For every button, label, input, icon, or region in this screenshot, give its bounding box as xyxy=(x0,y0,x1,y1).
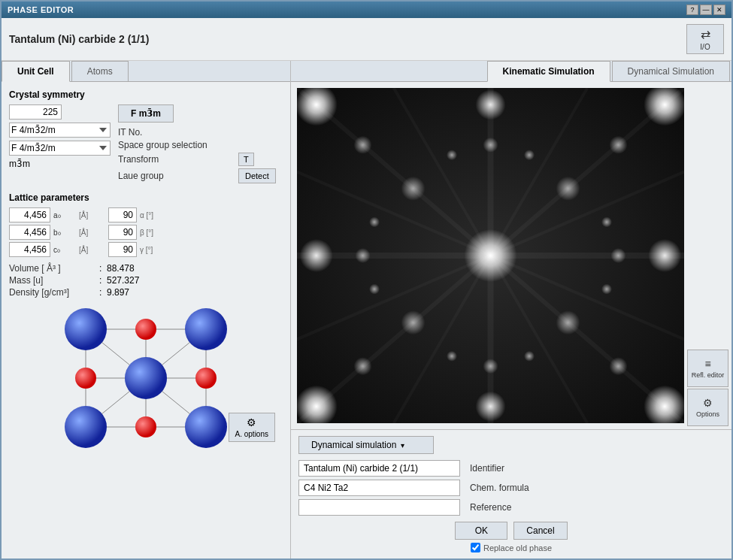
transform-row: Transform T xyxy=(118,153,276,166)
volume-section: Volume [ Å³ ] : 88.478 Mass [u] : 527.32… xyxy=(9,263,283,298)
crystal-symmetry-section: Crystal symmetry F 4/m3̄2/m xyxy=(9,89,283,186)
title-bar: PHASE EDITOR ? — ✕ xyxy=(2,2,731,18)
svg-point-33 xyxy=(609,136,627,154)
io-button[interactable]: ⇄ I/O xyxy=(686,24,724,54)
lattice-gamma-input[interactable] xyxy=(108,242,137,257)
it-no-input[interactable] xyxy=(9,104,62,120)
density-label: Density [g/cm³] xyxy=(9,287,99,298)
tab-kinematic[interactable]: Kinematic Simulation xyxy=(487,61,610,82)
it-no-label: IT No. xyxy=(118,127,238,138)
lattice-gamma-sym: γ [°] xyxy=(140,246,159,254)
space-group-select-2[interactable]: F 4/m3̄2/m xyxy=(9,141,111,156)
a-options-button[interactable]: ⚙ A. options xyxy=(229,413,275,442)
title-bar-text: PHASE EDITOR xyxy=(8,5,74,14)
action-row: OK Cancel xyxy=(298,522,724,540)
molecule-canvas xyxy=(56,299,236,450)
io-icon: ⇄ xyxy=(701,27,710,41)
svg-point-30 xyxy=(401,310,426,334)
lattice-beta-input[interactable] xyxy=(108,225,137,240)
lattice-b-input[interactable] xyxy=(9,225,50,240)
lattice-label: Lattice parameters xyxy=(9,192,283,203)
dyn-sim-row: Dynamical simulation ▾ xyxy=(298,436,724,454)
svg-point-29 xyxy=(556,177,580,201)
atom-blue-3 xyxy=(65,406,107,448)
svg-point-32 xyxy=(354,136,372,154)
mass-value: 527.327 xyxy=(107,275,139,286)
lattice-beta-sym: β [°] xyxy=(140,229,159,237)
atom-red-4 xyxy=(135,416,156,437)
atom-red-1 xyxy=(75,368,96,389)
svg-point-45 xyxy=(601,216,612,227)
svg-point-41 xyxy=(524,150,535,160)
help-button[interactable]: ? xyxy=(686,5,698,15)
refl-editor-button[interactable]: ≡ Refl. editor xyxy=(687,350,728,387)
svg-point-26 xyxy=(476,89,506,120)
reference-input[interactable] xyxy=(298,499,460,516)
svg-point-28 xyxy=(401,177,426,201)
options-button[interactable]: ⚙ Options xyxy=(687,389,728,426)
it-no-row xyxy=(9,104,111,120)
atom-blue-center xyxy=(125,357,167,399)
chem-formula-input[interactable] xyxy=(298,480,460,496)
space-group-selection-label: Space group selection xyxy=(118,140,238,150)
lattice-c-input[interactable] xyxy=(9,242,50,257)
atom-blue-2 xyxy=(185,308,227,350)
ok-button[interactable]: OK xyxy=(455,522,507,540)
side-buttons: ≡ Refl. editor ⚙ Options xyxy=(684,82,731,429)
atom-red-2 xyxy=(195,368,217,389)
content-area: Unit Cell Atoms Crystal symmetry xyxy=(2,61,731,558)
svg-point-35 xyxy=(609,357,627,375)
svg-point-25 xyxy=(648,239,681,272)
density-value: 9.897 xyxy=(107,287,129,298)
diffraction-svg xyxy=(297,88,684,423)
volume-row: Volume [ Å³ ] : 88.478 xyxy=(9,263,283,274)
svg-point-38 xyxy=(483,138,498,153)
svg-point-31 xyxy=(556,310,580,334)
svg-point-46 xyxy=(369,284,380,295)
refl-editor-icon: ≡ xyxy=(704,358,710,370)
replace-label: Replace old phase xyxy=(483,543,552,552)
svg-point-24 xyxy=(300,239,333,272)
svg-point-36 xyxy=(356,248,371,263)
simulation-area: ≡ Refl. editor ⚙ Options xyxy=(291,82,731,429)
lattice-alpha-input[interactable] xyxy=(108,207,137,222)
lattice-row-a: a₀ [Å] α [°] xyxy=(9,207,283,222)
right-tabs: Kinematic Simulation Dynamical Simulatio… xyxy=(291,61,731,82)
transform-button[interactable]: T xyxy=(238,153,254,166)
identifier-label: Identifier xyxy=(470,463,545,474)
minimize-button[interactable]: — xyxy=(700,5,712,15)
diffraction-image xyxy=(297,88,684,423)
reference-label: Reference xyxy=(470,502,545,513)
tab-dynamical[interactable]: Dynamical Simulation xyxy=(612,61,730,81)
tab-unit-cell[interactable]: Unit Cell xyxy=(2,61,70,82)
svg-point-42 xyxy=(447,351,457,362)
main-title-bar: Tantalum (Ni) carbide 2 (1/1) ⇄ I/O xyxy=(2,18,731,61)
a-options-icon: ⚙ xyxy=(247,416,256,428)
tab-atoms[interactable]: Atoms xyxy=(71,61,129,81)
mass-label: Mass [u] xyxy=(9,275,99,286)
identifier-input[interactable] xyxy=(298,460,460,477)
it-no-info-row: IT No. xyxy=(118,127,276,138)
lattice-b-unit: [Å] xyxy=(79,229,105,237)
laue-group-label: Laue group xyxy=(118,171,238,181)
detect-button[interactable]: Detect xyxy=(238,168,276,183)
volume-label: Volume [ Å³ ] xyxy=(9,263,99,274)
lattice-a-input[interactable] xyxy=(9,207,50,222)
crystal-symmetry-label: Crystal symmetry xyxy=(9,89,283,100)
dynamical-sim-button[interactable]: Dynamical simulation ▾ xyxy=(298,436,434,454)
title-bar-buttons: ? — ✕ xyxy=(686,5,725,15)
replace-checkbox[interactable] xyxy=(471,543,480,552)
svg-point-44 xyxy=(369,216,380,227)
close-button[interactable]: ✕ xyxy=(713,5,725,15)
phase-editor-window: PHASE EDITOR ? — ✕ Tantalum (Ni) carbide… xyxy=(0,0,733,560)
lattice-b-sub: b₀ xyxy=(53,229,76,237)
atom-blue-4 xyxy=(185,406,227,448)
right-panel: Kinematic Simulation Dynamical Simulatio… xyxy=(291,61,731,558)
space-group-button[interactable]: F m3̄m xyxy=(118,104,174,123)
svg-point-37 xyxy=(610,248,625,263)
cancel-button[interactable]: Cancel xyxy=(513,522,567,540)
density-row: Density [g/cm³] : 9.897 xyxy=(9,287,283,298)
info-grid: IT No. Space group selection Transform T xyxy=(118,127,276,183)
chem-formula-label: Chem. formula xyxy=(470,483,545,493)
space-group-select-1[interactable]: F 4/m3̄2/m xyxy=(9,123,111,138)
